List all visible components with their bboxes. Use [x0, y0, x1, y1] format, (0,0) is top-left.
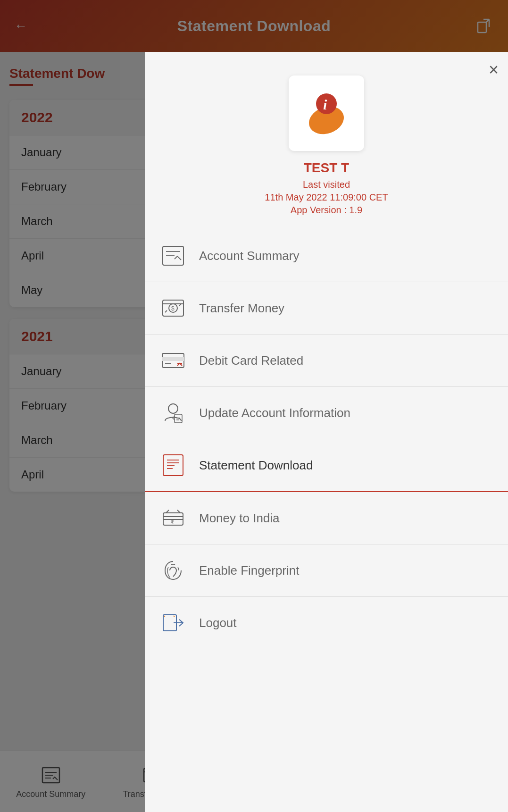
update-account-menu-icon [159, 399, 187, 427]
menu-item-statement-download-label: Statement Download [199, 458, 313, 473]
menu-item-account-summary[interactable]: Account Summary [145, 230, 508, 282]
menu-item-update-account-label: Update Account Information [199, 406, 350, 420]
menu-item-update-account[interactable]: Update Account Information [145, 387, 508, 439]
money-india-menu-icon: ₹ [159, 504, 187, 532]
profile-logo: i [289, 75, 364, 151]
profile-date: 11th May 2022 11:09:00 CET [265, 192, 388, 203]
menu-item-transfer-money-label: Transfer Money [199, 301, 284, 316]
svg-text:₹: ₹ [171, 519, 174, 525]
transfer-money-menu-icon: $ [159, 294, 187, 322]
svg-rect-25 [163, 246, 183, 265]
menu-item-statement-download[interactable]: Statement Download [145, 439, 508, 492]
menu-item-money-india[interactable]: ₹ Money to India [145, 492, 508, 544]
statement-download-menu-icon [159, 451, 187, 479]
menu-item-transfer-money[interactable]: $ Transfer Money [145, 282, 508, 335]
svg-text:$: $ [171, 305, 175, 312]
svg-line-32 [165, 310, 167, 312]
svg-text:i: i [323, 97, 327, 112]
menu-item-money-india-label: Money to India [199, 511, 280, 526]
menu-item-fingerprint-label: Enable Fingerprint [199, 563, 299, 578]
svg-point-38 [168, 404, 178, 413]
profile-section: i TEST T Last visited 11th May 2022 11:0… [145, 52, 508, 230]
side-menu: × i TEST T Last visited 11th May 2022 11… [145, 52, 508, 812]
menu-item-logout[interactable]: Logout [145, 597, 508, 649]
svg-rect-42 [163, 455, 183, 476]
profile-version: App Version : 1.9 [291, 205, 362, 216]
profile-last-visited-label: Last visited [303, 179, 350, 190]
svg-rect-35 [162, 357, 184, 361]
menu-item-debit-card-label: Debit Card Related [199, 353, 303, 368]
debit-card-menu-icon [159, 346, 187, 375]
profile-name: TEST T [304, 160, 349, 176]
menu-item-debit-card[interactable]: Debit Card Related [145, 335, 508, 387]
fingerprint-menu-icon [159, 556, 187, 585]
menu-item-account-summary-label: Account Summary [199, 249, 299, 263]
menu-item-logout-label: Logout [199, 616, 237, 630]
menu-list: Account Summary $ Transfer Money [145, 230, 508, 812]
account-summary-menu-icon [159, 242, 187, 270]
logout-menu-icon [159, 609, 187, 637]
menu-item-fingerprint[interactable]: Enable Fingerprint [145, 544, 508, 597]
close-button[interactable]: × [489, 61, 499, 78]
